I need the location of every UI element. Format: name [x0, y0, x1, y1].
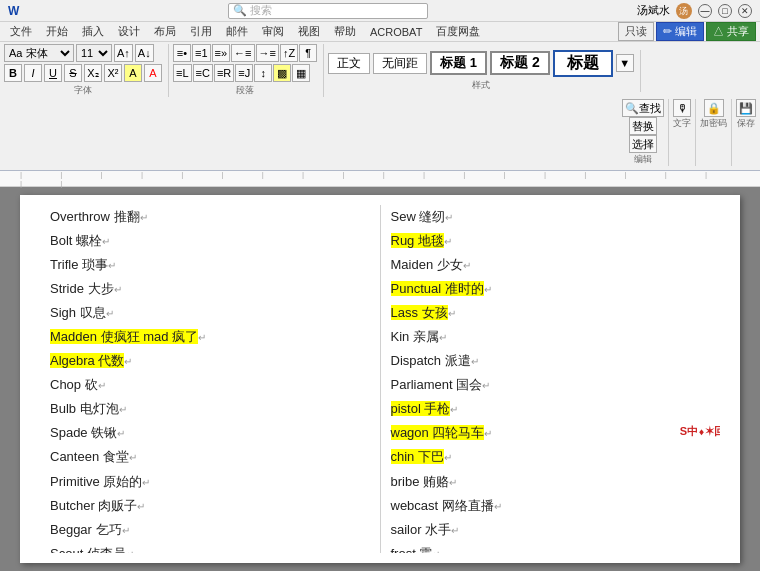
doc-columns: Overthrow 推翻↵ Bolt 螺栓↵ Trifle 琐事↵ Stride… — [20, 195, 740, 563]
word-text: Sew 缝纫 — [391, 209, 446, 224]
menu-insert[interactable]: 插入 — [76, 23, 110, 40]
word-text: Stride 大步 — [50, 281, 114, 296]
style-biaoti[interactable]: 标题 — [553, 50, 613, 77]
list-item: Madden 使疯狂 mad 疯了↵ — [50, 325, 370, 349]
strikethrough-btn[interactable]: S — [64, 64, 82, 82]
align-right-btn[interactable]: ≡R — [214, 64, 234, 82]
user-name: 汤斌水 — [637, 3, 670, 18]
para-group-label: 段落 — [173, 84, 317, 97]
text-label: 文字 — [673, 117, 691, 130]
return-mark: ↵ — [119, 404, 127, 415]
font-family-select[interactable]: Aa 宋体 — [4, 44, 74, 62]
style-wujiangu[interactable]: 无间距 — [373, 53, 427, 74]
top-right-share[interactable]: △ 共享 — [706, 22, 756, 41]
superscript-btn[interactable]: X² — [104, 64, 122, 82]
word-text-highlight: pistol 手枪 — [391, 401, 451, 416]
word-text: Kin 亲属 — [391, 329, 439, 344]
return-mark: ↵ — [102, 236, 110, 247]
title-bar-left: W — [8, 4, 19, 18]
word-text: Parliament 国会 — [391, 377, 483, 392]
align-left-btn[interactable]: ≡L — [173, 64, 192, 82]
word-text: Spade 铁锹 — [50, 425, 117, 440]
style-zhengwen[interactable]: 正文 — [328, 53, 370, 74]
menu-home[interactable]: 开始 — [40, 23, 74, 40]
encrypt-btn[interactable]: 🔒 — [704, 99, 724, 117]
top-right-readonly[interactable]: 只读 — [618, 22, 654, 41]
doc-page: Overthrow 推翻↵ Bolt 螺栓↵ Trifle 琐事↵ Stride… — [20, 195, 740, 563]
replace-btn[interactable]: 替换 — [629, 117, 657, 135]
search-box[interactable]: 🔍 搜索 — [228, 3, 428, 19]
border-btn[interactable]: ▦ — [292, 64, 310, 82]
list-item: Scout 侦查员↵ — [50, 542, 370, 553]
menu-review[interactable]: 审阅 — [256, 23, 290, 40]
style-biaoti2[interactable]: 标题 2 — [490, 51, 550, 75]
return-mark: ↵ — [137, 501, 145, 512]
save-btn[interactable]: 💾 — [736, 99, 756, 117]
word-text-highlight: Madden 使疯狂 mad 疯了 — [50, 329, 198, 344]
list-bullet-btn[interactable]: ≡• — [173, 44, 191, 62]
s-logo: S中⬧✶回▼◆⬛⊞ — [680, 421, 720, 441]
align-center-btn[interactable]: ≡C — [193, 64, 213, 82]
word-text: Butcher 肉贩子 — [50, 498, 137, 513]
return-mark: ↵ — [117, 428, 125, 439]
shading-btn[interactable]: ▩ — [273, 64, 291, 82]
italic-btn[interactable]: I — [24, 64, 42, 82]
list-item: Spade 铁锹↵ — [50, 421, 370, 445]
doc-col-1: Overthrow 推翻↵ Bolt 螺栓↵ Trifle 琐事↵ Stride… — [40, 205, 381, 553]
maximize-button[interactable]: □ — [718, 4, 732, 18]
linespace-btn[interactable]: ↕ — [254, 64, 272, 82]
menu-ref[interactable]: 引用 — [184, 23, 218, 40]
style-more-btn[interactable]: ▼ — [616, 54, 634, 72]
underline-btn[interactable]: U — [44, 64, 62, 82]
menu-design[interactable]: 设计 — [112, 23, 146, 40]
ribbon-para-row2: ≡L ≡C ≡R ≡J ↕ ▩ ▦ — [173, 64, 317, 82]
style-biaoti1[interactable]: 标题 1 — [430, 51, 487, 75]
dictate-btn[interactable]: 🎙 — [673, 99, 691, 117]
align-justify-btn[interactable]: ≡J — [235, 64, 253, 82]
top-right-edit[interactable]: ✏ 编辑 — [656, 22, 704, 41]
find-btn[interactable]: 🔍查找 — [622, 99, 664, 117]
bold-btn[interactable]: B — [4, 64, 22, 82]
menu-bar: 文件 开始 插入 设计 布局 引用 邮件 审阅 视图 帮助 ACROBAT 百度… — [0, 22, 760, 42]
list-item: Primitive 原始的↵ — [50, 470, 370, 494]
ribbon-para-group: ≡• ≡1 ≡» ←≡ →≡ ↑Z ¶ ≡L ≡C ≡R ≡J ↕ ▩ ▦ 段落 — [173, 44, 324, 97]
menu-view[interactable]: 视图 — [292, 23, 326, 40]
font-shrink-btn[interactable]: A↓ — [135, 44, 154, 62]
menu-help[interactable]: 帮助 — [328, 23, 362, 40]
sort-btn[interactable]: ↑Z — [280, 44, 298, 62]
return-mark: ↵ — [448, 308, 456, 319]
menu-baidu[interactable]: 百度网盘 — [430, 23, 486, 40]
list-item: Rug 地毯↵ — [391, 229, 711, 253]
return-mark: ↵ — [98, 380, 106, 391]
return-mark: ↵ — [484, 428, 492, 439]
font-grow-btn[interactable]: A↑ — [114, 44, 133, 62]
close-button[interactable]: ✕ — [738, 4, 752, 18]
word-text: Bolt 螺栓 — [50, 233, 102, 248]
indent-inc-btn[interactable]: →≡ — [256, 44, 279, 62]
style-group-label: 样式 — [328, 79, 634, 92]
list-item: pistol 手枪↵ — [391, 397, 711, 421]
minimize-button[interactable]: — — [698, 4, 712, 18]
list-item: Lass 女孩↵ — [391, 301, 711, 325]
list-item: Trifle 琐事↵ — [50, 253, 370, 277]
list-num-btn[interactable]: ≡1 — [192, 44, 211, 62]
subscript-btn[interactable]: X₂ — [84, 64, 102, 82]
menu-file[interactable]: 文件 — [4, 23, 38, 40]
word-text: Maiden 少女 — [391, 257, 463, 272]
list-item: Sew 缝纫↵ — [391, 205, 711, 229]
font-color-btn[interactable]: A — [144, 64, 162, 82]
marks-btn[interactable]: ¶ — [299, 44, 317, 62]
document-area: Overthrow 推翻↵ Bolt 螺栓↵ Trifle 琐事↵ Stride… — [0, 187, 760, 571]
list-item: Chop 砍↵ — [50, 373, 370, 397]
select-btn[interactable]: 选择 — [629, 135, 657, 153]
list-item: frost 霜↵ — [391, 542, 711, 553]
menu-acrobat[interactable]: ACROBAT — [364, 25, 428, 39]
indent-dec-btn[interactable]: ←≡ — [231, 44, 254, 62]
highlight-btn[interactable]: A — [124, 64, 142, 82]
menu-mail[interactable]: 邮件 — [220, 23, 254, 40]
word-text: sailor 水手 — [391, 522, 452, 537]
font-size-select[interactable]: 11 — [76, 44, 112, 62]
menu-layout[interactable]: 布局 — [148, 23, 182, 40]
list-multi-btn[interactable]: ≡» — [212, 44, 231, 62]
ribbon-right-group: 🔍查找 替换 选择 编辑 🎙 文字 🔒 加密码 💾 保存 — [622, 99, 756, 166]
